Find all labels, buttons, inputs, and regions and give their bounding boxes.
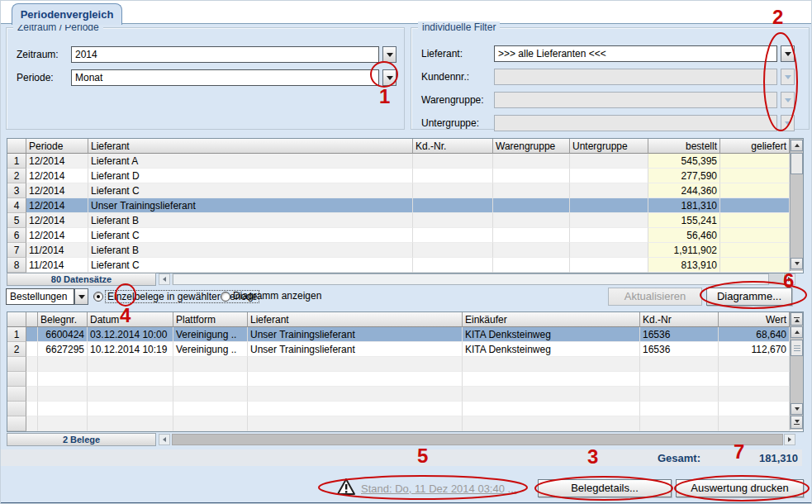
diagramme-button[interactable]: Diagramme...	[706, 288, 792, 306]
col-untergruppe[interactable]: Untergruppe	[570, 139, 648, 154]
scroll-left-icon[interactable]	[159, 273, 170, 285]
col-kdnr[interactable]: Kd.-Nr.	[413, 139, 493, 154]
table-row[interactable]: 5 12/2014 Lieferant B 155,241	[7, 213, 803, 228]
radio-diagramm-label[interactable]: Diagramm anzeigen	[233, 290, 321, 302]
doc-type-dropdown-button[interactable]	[74, 288, 88, 305]
beleg-table: Belegnr. Datum Plattform Lieferant Einkä…	[7, 311, 804, 432]
warning-icon	[337, 478, 355, 496]
kundennr-dropdown-button	[781, 69, 795, 85]
beleg-row[interactable]: 2 6627295 10.12.2014 10:19 Vereinigung .…	[7, 342, 803, 357]
tab-periodenvergleich[interactable]: Periodenvergleich	[12, 3, 122, 25]
untergruppe-dropdown-button	[781, 115, 795, 131]
lieferant-dropdown-button[interactable]	[781, 45, 795, 62]
period-table-hscrollbar[interactable]: 80 Datensätze	[7, 273, 796, 286]
untergruppe-label: Untergruppe:	[421, 117, 479, 129]
beleg-row-empty	[7, 372, 803, 387]
col-periode[interactable]: Periode	[26, 139, 88, 154]
period-table-status: 80 Datensätze	[7, 273, 156, 286]
scroll-right-icon[interactable]	[784, 434, 795, 445]
untergruppe-combobox	[494, 115, 795, 131]
lieferant-label: Lieferant:	[421, 48, 463, 59]
warengruppe-value	[494, 92, 777, 108]
col-wert[interactable]: Wert	[719, 312, 790, 327]
scroll-to-bottom-icon[interactable]	[791, 416, 803, 429]
beleg-table-header: Belegnr. Datum Plattform Lieferant Einkä…	[7, 312, 803, 327]
scroll-up-icon[interactable]	[791, 140, 803, 151]
table-row[interactable]: 8 11/2014 Lieferant C 813,910	[7, 258, 803, 273]
zeitraum-value[interactable]: 2014	[71, 46, 379, 63]
zeitraum-combobox[interactable]: 2014	[71, 46, 397, 63]
col-lieferant2[interactable]: Lieferant	[248, 312, 463, 327]
beleg-row-empty	[7, 402, 803, 416]
col-warengruppe[interactable]: Warengruppe	[493, 139, 570, 154]
scroll-right-icon[interactable]	[784, 273, 795, 285]
scroll-left-icon[interactable]	[159, 434, 170, 445]
scroll-down-icon[interactable]	[791, 403, 803, 415]
hscrollbar-thumb[interactable]	[173, 273, 769, 285]
table-row-selected[interactable]: 4 12/2014 Unser Trainingslieferant 181,3…	[7, 198, 803, 213]
radio-einzelbelege[interactable]	[93, 292, 103, 302]
aktualisieren-button: Aktualisieren	[608, 288, 702, 306]
periodenvergleich-window: Periodenvergleich Zeitraum / Periode Zei…	[0, 0, 812, 504]
main-panel: Zeitraum / Periode Zeitraum: 2014 Period…	[1, 23, 812, 504]
gesamt-label: Gesamt:	[658, 452, 700, 464]
chevron-down-icon	[785, 98, 791, 102]
beleg-table-vscrollbar[interactable]	[790, 312, 803, 430]
scrollbar-thumb[interactable]	[791, 153, 803, 174]
scroll-to-top-icon[interactable]	[791, 312, 803, 326]
scroll-down-icon[interactable]	[791, 258, 803, 269]
table-row[interactable]: 2 12/2014 Lieferant D 277,590	[7, 169, 803, 183]
beleg-row-empty	[7, 357, 803, 372]
scroll-up-icon[interactable]	[791, 326, 803, 338]
filter-fieldset: individuelle Filter Lieferant: >>> alle …	[411, 27, 810, 130]
kundennr-value	[494, 69, 777, 85]
col-belegnr[interactable]: Belegnr.	[38, 312, 88, 327]
periode-combobox[interactable]: Monat	[71, 69, 397, 86]
belegdetails-button[interactable]: Belegdetails...	[538, 479, 672, 497]
filter-fieldset-legend: individuelle Filter	[418, 21, 500, 33]
chevron-down-icon	[78, 295, 85, 299]
table-row[interactable]: 6 12/2014 Lieferant C 56,460	[7, 228, 803, 243]
doc-type-value[interactable]: Bestellungen	[6, 288, 74, 305]
period-table-vscrollbar[interactable]	[790, 139, 803, 271]
periode-dropdown-button[interactable]	[382, 69, 397, 86]
gesamt-value: 181,310	[740, 452, 798, 464]
chevron-down-icon	[785, 121, 791, 126]
col-plattform[interactable]: Plattform	[173, 312, 248, 327]
untergruppe-value	[494, 115, 777, 131]
scrollbar-thumb[interactable]	[791, 340, 803, 356]
col-lieferant[interactable]: Lieferant	[88, 139, 413, 154]
radio-diagramm[interactable]	[221, 292, 230, 302]
beleg-table-hscrollbar[interactable]: 2 Belege	[7, 433, 796, 446]
col-geliefert[interactable]: geliefert	[720, 139, 790, 154]
kundennr-label: Kundennr.:	[421, 71, 469, 83]
col-einkaeufer[interactable]: Einkäufer	[463, 312, 640, 327]
lieferant-combobox[interactable]: >>> alle Lieferanten <<<	[494, 45, 795, 62]
period-table-header: Periode Lieferant Kd.-Nr. Warengruppe Un…	[7, 139, 803, 154]
col-kdnr2[interactable]: Kd.-Nr	[640, 312, 719, 327]
table-row[interactable]: 7 11/2014 Lieferant B 1,911,902	[7, 243, 803, 258]
chevron-down-icon	[785, 75, 791, 79]
beleg-row-selected[interactable]: 1 6600424 03.12.2014 10:00 Vereinigung .…	[7, 327, 803, 342]
table-row[interactable]: 1 12/2014 Lieferant A 545,395	[7, 154, 803, 169]
auswertung-drucken-button[interactable]: Auswertung drucken	[676, 479, 804, 497]
table-row[interactable]: 3 12/2014 Lieferant C 244,360	[7, 183, 803, 198]
zeitraum-dropdown-button[interactable]	[382, 46, 397, 63]
zeitraum-label: Zeitraum:	[17, 49, 59, 60]
warengruppe-combobox	[494, 92, 795, 108]
doc-type-combobox[interactable]: Bestellungen	[6, 288, 88, 305]
warengruppe-label: Warengruppe:	[421, 94, 484, 106]
chevron-down-icon	[785, 52, 791, 56]
chevron-down-icon	[387, 76, 393, 80]
col-bestellt[interactable]: bestellt	[648, 139, 720, 154]
periode-value[interactable]: Monat	[71, 69, 379, 86]
period-fieldset: Zeitraum / Periode Zeitraum: 2014 Period…	[6, 27, 405, 130]
beleg-table-status: 2 Belege	[7, 433, 156, 446]
chevron-down-icon	[387, 53, 393, 57]
stand-status-text: Stand: Do, 11 Dez 2014 03:40 ...	[361, 483, 516, 495]
col-datum[interactable]: Datum	[88, 312, 173, 327]
kundennr-combobox	[494, 69, 795, 85]
lieferant-value[interactable]: >>> alle Lieferanten <<<	[494, 45, 777, 62]
periode-label: Periode:	[17, 72, 54, 83]
beleg-row-empty	[7, 387, 803, 402]
